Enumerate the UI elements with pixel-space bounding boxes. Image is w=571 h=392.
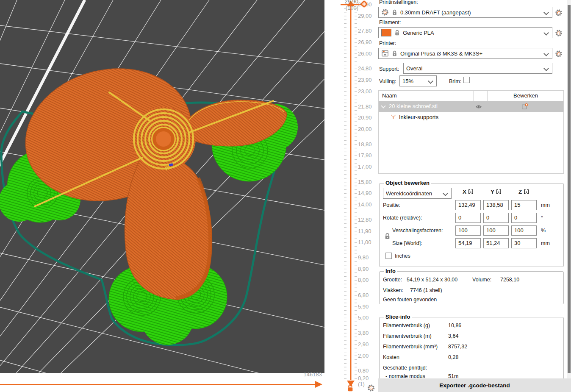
print-settings-select[interactable]: 0.30mm DRAFT (aangepast) <box>378 7 552 18</box>
support-label: Support: <box>379 66 399 72</box>
chevron-down-icon <box>443 191 448 196</box>
size-z-field[interactable]: 30 <box>511 238 537 248</box>
axis-frame-icon <box>468 189 474 195</box>
layer-tick-label: 24,80 <box>358 65 372 72</box>
printer-gear-button[interactable] <box>555 50 563 58</box>
add-color-change-icon[interactable] <box>360 0 368 8</box>
scale-lock-icon[interactable] <box>384 233 391 240</box>
inches-checkbox[interactable] <box>385 253 392 259</box>
export-gcode-button[interactable]: Exporteer .gcode-bestand <box>378 378 571 392</box>
layer-slider-top-count: (100) <box>346 5 358 11</box>
layer-slider[interactable]: 29,90 (100) (1) 29,9029,0027,8026,9026,0… <box>324 0 378 392</box>
volume-label: Volume: <box>472 277 491 283</box>
brim-checkbox[interactable] <box>463 77 470 83</box>
infill-value: 15% <box>402 78 413 84</box>
settings-panel: Printinstellingen: 0.30mm DRAFT (aangepa… <box>378 0 571 392</box>
edit-layers-icon[interactable] <box>521 103 528 110</box>
rotate-x-field[interactable]: 0 <box>455 213 481 223</box>
facets-value: 7746 (1 shell) <box>410 287 442 293</box>
layer-tick-label: 11,90 <box>358 228 371 234</box>
size-info-label: Grootte: <box>383 277 402 283</box>
filament-select[interactable]: Generic PLA <box>378 27 552 38</box>
scale-z-field[interactable]: 100 <box>511 225 537 236</box>
column-header-edit: Bewerken <box>488 92 564 99</box>
printer-value: Original Prusa i3 MK3S & MK3S+ <box>400 50 482 57</box>
filament-value: Generic PLA <box>403 30 434 36</box>
layer-slider-top-value: 29,90 <box>344 0 358 5</box>
chevron-down-icon <box>543 10 549 15</box>
support-select[interactable]: Overal <box>403 63 552 74</box>
move-slider-track[interactable] <box>0 384 316 385</box>
coordinate-system-select[interactable]: Wereldcoördinaten <box>383 188 452 199</box>
3d-viewport[interactable] <box>0 0 324 373</box>
layer-tick-label: 27,80 <box>358 28 372 34</box>
move-slider-arrow[interactable] <box>315 381 322 388</box>
print-settings-value: 0.30mm DRAFT (aangepast) <box>400 9 471 16</box>
panel-scrollbar[interactable] <box>567 0 571 378</box>
filament-color-swatch <box>381 29 391 36</box>
slider-gear-icon[interactable] <box>367 384 375 392</box>
object-row[interactable]: 20 kleine schroef.stl <box>379 101 563 112</box>
position-y-field[interactable]: 138,58 <box>483 200 509 210</box>
filament-mm3-label: Filamentverbruik (mm³) <box>383 344 438 350</box>
facets-label: Vlakken: <box>383 287 403 293</box>
filament-label: Filament: <box>379 19 401 25</box>
lock-icon <box>394 30 400 36</box>
infill-select[interactable]: 15% <box>399 75 437 86</box>
size-x-field[interactable]: 54,19 <box>455 238 481 248</box>
filament-g-value: 10,86 <box>448 322 461 328</box>
chevron-down-icon <box>428 78 433 84</box>
layer-tick-label: 15,80 <box>358 179 372 185</box>
rotate-y-field[interactable]: 0 <box>483 213 509 223</box>
lock-open-icon[interactable] <box>346 384 355 392</box>
layer-tick-label: 8,90 <box>358 266 369 272</box>
chevron-down-icon <box>543 66 549 71</box>
layer-tick-label: 21,80 <box>358 103 372 110</box>
print-time-label: Geschatte printtijd: <box>383 365 427 371</box>
print-settings-label: Printinstellingen: <box>379 0 418 5</box>
info-box: Info Grootte: 54,19 x 51,24 x 30,00 Volu… <box>379 271 564 304</box>
eye-icon[interactable] <box>475 103 482 110</box>
layer-tick-label: 5,90 <box>358 303 369 310</box>
position-x-field[interactable]: 132,49 <box>455 200 481 210</box>
layer-tick-label: 17,90 <box>358 152 372 158</box>
layer-tick-label: 18,80 <box>358 141 372 147</box>
scale-x-field[interactable]: 100 <box>455 225 481 236</box>
rotate-z-field[interactable]: 0 <box>511 213 537 223</box>
filament-m-label: Filamentverbruik (m) <box>383 333 432 339</box>
layer-tick-label: 23,00 <box>358 88 372 95</box>
rotate-unit: ° <box>541 215 543 221</box>
filament-mm3-value: 8757,32 <box>448 344 467 350</box>
manipulation-title: Object bewerken <box>384 180 431 186</box>
chevron-down-icon <box>543 51 549 56</box>
layer-tick-label: 26,90 <box>358 39 372 45</box>
print-settings-gear-button[interactable] <box>555 9 563 17</box>
position-unit: mm <box>541 202 550 208</box>
layer-tick-label: 23,90 <box>358 77 372 83</box>
layer-tick-label: 20,90 <box>358 114 372 121</box>
printer-select[interactable]: Original Prusa i3 MK3S & MK3S+ <box>378 48 552 59</box>
paint-supports-icon <box>390 114 397 121</box>
layer-tick-label: 0,20 <box>358 375 369 381</box>
layer-tick-label: 20,00 <box>358 126 372 132</box>
position-label: Positie: <box>383 202 400 208</box>
child-name: Inkleur-supports <box>399 114 438 120</box>
column-header-name: Naam <box>382 92 397 99</box>
expand-chevron-icon[interactable] <box>381 103 385 108</box>
size-info-value: 54,19 x 51,24 x 30,00 <box>407 277 457 283</box>
layer-tick-label: 17,00 <box>358 164 372 170</box>
size-y-field[interactable]: 51,24 <box>483 238 509 248</box>
scrollbar-thumb[interactable] <box>568 5 571 373</box>
chevron-down-icon <box>543 30 549 36</box>
object-manipulation-box: Object bewerken Wereldcoördinaten X Y Z … <box>379 183 564 267</box>
lock-icon <box>391 50 398 57</box>
axis-frame-icon <box>524 189 529 195</box>
filament-gear-button[interactable] <box>555 29 563 37</box>
scale-y-field[interactable]: 100 <box>483 225 509 236</box>
object-child-row[interactable]: Inkleur-supports <box>379 112 563 123</box>
support-value: Overal <box>406 65 422 72</box>
layer-slider-bottom-count: (1) <box>358 381 365 387</box>
layer-tick-label: 5,00 <box>358 314 369 321</box>
inches-label: Inches <box>395 253 410 259</box>
position-z-field[interactable]: 15 <box>511 200 537 210</box>
